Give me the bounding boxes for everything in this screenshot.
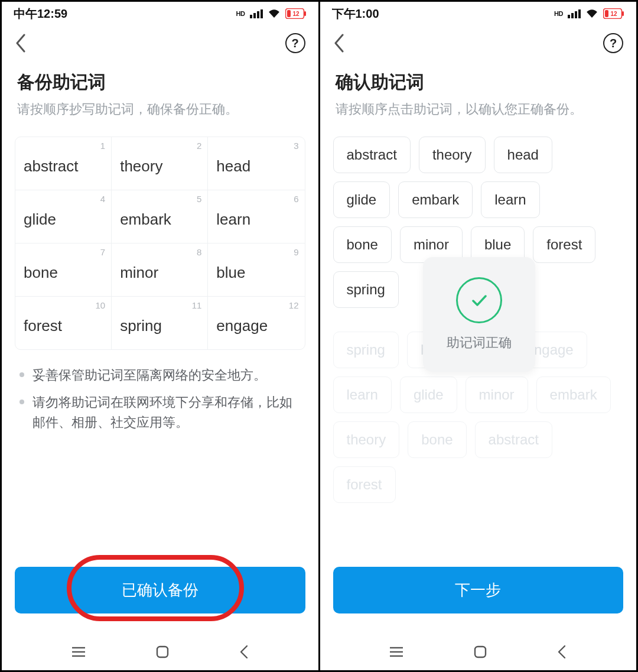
status-time: 中午12:59 <box>14 6 67 22</box>
home-icon[interactable] <box>155 645 170 659</box>
wifi-icon <box>268 9 281 18</box>
mnemonic-word: forest <box>24 317 62 335</box>
mnemonic-word: engage <box>216 317 268 335</box>
svg-rect-5 <box>304 11 306 16</box>
bullet-icon <box>19 400 24 404</box>
mnemonic-cell: 8minor <box>112 244 208 297</box>
svg-rect-23 <box>475 647 486 657</box>
mnemonic-grid: 1abstract 2theory 3head 4glide 5embark 6… <box>15 137 305 350</box>
pool-word[interactable]: minor <box>466 376 528 413</box>
check-icon <box>456 277 502 323</box>
page-title: 备份助记词 <box>17 70 303 95</box>
hd-icon: HD <box>554 10 563 17</box>
svg-rect-15 <box>578 9 581 18</box>
back-nav-icon[interactable] <box>556 644 567 660</box>
mnemonic-cell: 9blue <box>208 244 304 297</box>
pool-word[interactable]: spring <box>333 332 399 368</box>
signal-icon <box>568 9 581 18</box>
pool-word[interactable]: abstract <box>475 421 552 458</box>
page-subtitle: 请按顺序点击助记词，以确认您正确备份。 <box>336 100 621 119</box>
mnemonic-cell: 7bone <box>15 244 112 297</box>
mnemonic-cell: 5embark <box>112 190 208 244</box>
mnemonic-cell: 3head <box>208 137 304 190</box>
pool-word[interactable]: glide <box>400 376 457 413</box>
status-right: HD 12 <box>554 8 624 19</box>
notes: 妥善保管助记词至隔离网络的安全地方。 请勿将助记词在联网环境下分享和存储，比如邮… <box>19 365 301 440</box>
home-icon[interactable] <box>473 645 487 659</box>
screen-confirm: 下午1:00 HD 12 ? 确认助记词 请按顺序点击助记 <box>320 2 637 670</box>
top-nav: ? <box>320 25 637 61</box>
next-step-button[interactable]: 下一步 <box>333 567 624 613</box>
help-icon[interactable]: ? <box>285 33 305 53</box>
pool-word[interactable]: bone <box>408 421 466 458</box>
mnemonic-cell: 12engage <box>208 297 304 349</box>
svg-rect-17 <box>622 11 624 16</box>
bullet-icon <box>19 372 24 377</box>
note-item: 请勿将助记词在联网环境下分享和存储，比如邮件、相册、社交应用等。 <box>19 392 301 433</box>
status-time: 下午1:00 <box>332 6 379 22</box>
selected-word[interactable]: embark <box>398 181 473 218</box>
success-text: 助记词正确 <box>447 334 512 352</box>
battery-icon: 12 <box>603 8 624 19</box>
mnemonic-word: bone <box>24 264 58 281</box>
selected-word[interactable]: learn <box>481 181 539 218</box>
mnemonic-word: minor <box>120 264 158 281</box>
svg-rect-6 <box>287 10 291 17</box>
svg-rect-3 <box>261 9 263 18</box>
selected-word[interactable]: glide <box>333 181 390 218</box>
pool-word[interactable]: learn <box>333 376 392 413</box>
pool-word[interactable]: embark <box>536 376 611 413</box>
back-nav-icon[interactable] <box>239 644 249 660</box>
pool-word[interactable]: forest <box>333 466 396 503</box>
heading: 确认助记词 请按顺序点击助记词，以确认您正确备份。 <box>320 61 637 122</box>
pool-word[interactable]: theory <box>333 421 400 458</box>
back-icon[interactable] <box>333 34 345 53</box>
mnemonic-cell: 2theory <box>112 137 208 190</box>
status-bar: 中午12:59 HD 12 <box>2 2 318 25</box>
svg-rect-12 <box>568 15 570 18</box>
menu-icon[interactable] <box>71 646 86 658</box>
selected-word[interactable]: theory <box>419 137 486 173</box>
selected-word[interactable]: spring <box>333 271 399 308</box>
page-subtitle: 请按顺序抄写助记词，确保备份正确。 <box>17 100 303 119</box>
mnemonic-word: blue <box>216 264 245 281</box>
svg-rect-13 <box>571 13 574 18</box>
back-icon[interactable] <box>15 34 27 53</box>
status-bar: 下午1:00 HD 12 <box>320 2 637 25</box>
hd-icon: HD <box>236 10 245 17</box>
status-right: HD 12 <box>236 8 307 19</box>
bottom-nav <box>320 644 637 660</box>
selected-word[interactable]: abstract <box>333 137 411 173</box>
svg-rect-1 <box>253 13 256 18</box>
svg-rect-2 <box>257 11 259 18</box>
mnemonic-cell: 1abstract <box>15 137 112 190</box>
svg-text:12: 12 <box>292 11 300 17</box>
battery-icon: 12 <box>285 8 307 19</box>
mnemonic-confirm-area: abstract theory head glide embark learn … <box>333 137 624 511</box>
mnemonic-cell: 4glide <box>15 190 112 244</box>
selected-word[interactable]: bone <box>333 226 392 263</box>
mnemonic-word: theory <box>120 157 162 175</box>
svg-rect-0 <box>250 15 252 18</box>
wifi-icon <box>585 9 598 18</box>
svg-text:12: 12 <box>610 11 617 17</box>
screen-backup: 中午12:59 HD 12 ? 备份助记词 请按顺序抄写助 <box>2 2 320 670</box>
mnemonic-cell: 11spring <box>112 297 208 349</box>
mnemonic-word: glide <box>24 210 56 228</box>
mnemonic-cell: 6learn <box>208 190 304 244</box>
help-icon[interactable]: ? <box>603 33 623 53</box>
success-toast: 助记词正确 <box>423 257 535 372</box>
confirm-backup-button[interactable]: 已确认备份 <box>15 567 305 613</box>
mnemonic-word: abstract <box>24 157 79 175</box>
svg-rect-18 <box>605 10 608 17</box>
heading: 备份助记词 请按顺序抄写助记词，确保备份正确。 <box>2 61 318 122</box>
selected-word[interactable]: forest <box>533 226 595 263</box>
mnemonic-cell: 10forest <box>15 297 112 349</box>
page-title: 确认助记词 <box>336 70 621 95</box>
menu-icon[interactable] <box>389 646 404 658</box>
selected-word[interactable]: head <box>494 137 552 173</box>
svg-rect-11 <box>157 647 168 657</box>
bottom-nav <box>2 644 318 660</box>
note-item: 妥善保管助记词至隔离网络的安全地方。 <box>19 365 301 385</box>
mnemonic-word: spring <box>120 317 162 335</box>
